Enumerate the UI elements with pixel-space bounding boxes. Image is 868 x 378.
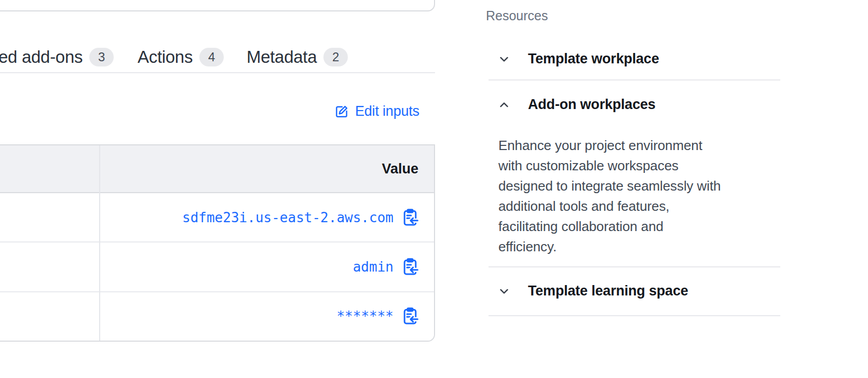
tab-count-badge: 3	[89, 48, 114, 66]
value-column-header: Value	[382, 161, 418, 177]
description-line: efficiency.	[498, 237, 721, 257]
copy-button[interactable]	[401, 257, 419, 277]
accordion-add-on-workplaces[interactable]: Add-on workplaces	[497, 97, 656, 113]
chevron-down-icon	[497, 285, 511, 298]
chevron-up-icon	[497, 98, 511, 112]
table-row: admin	[0, 241, 434, 291]
section-divider	[489, 266, 780, 267]
chevron-down-icon	[497, 52, 511, 66]
tab-metadata[interactable]: Metadata 2	[247, 46, 348, 69]
description-line: with customizable workspaces	[498, 156, 721, 176]
edit-inputs-button[interactable]: Edit inputs	[334, 103, 419, 119]
accordion-template-workplace[interactable]: Template workplace	[497, 51, 659, 67]
tab-count-badge: 2	[323, 48, 348, 66]
copy-button[interactable]	[401, 208, 419, 227]
description-line: designed to integrate seamlessly with	[498, 176, 721, 196]
tabs-divider	[0, 72, 435, 73]
previous-card-edge	[0, 0, 435, 11]
row-value-username: admin	[353, 259, 394, 275]
row-value-password-masked: *******	[336, 308, 394, 324]
tab-installed-add-ons[interactable]: ed add-ons 3	[0, 46, 114, 69]
table-row: *******	[0, 291, 434, 341]
tab-count-badge: 4	[199, 48, 224, 66]
description-line: facilitating collaboration and	[498, 217, 721, 237]
copy-button[interactable]	[401, 306, 419, 326]
tab-actions[interactable]: Actions 4	[138, 46, 224, 69]
section-divider	[489, 315, 780, 316]
inputs-table: Value sdfme23i.us-east-2.aws.com admin	[0, 144, 435, 342]
accordion-template-learning-space[interactable]: Template learning space	[497, 283, 688, 299]
accordion-title: Template learning space	[528, 283, 688, 299]
description-line: Enhance your project environment	[498, 136, 721, 156]
add-on-workplaces-description: Enhance your project environment with cu…	[498, 136, 721, 257]
edit-inputs-label: Edit inputs	[355, 103, 419, 119]
table-row: sdfme23i.us-east-2.aws.com	[0, 193, 434, 241]
resources-title: Resources	[486, 8, 548, 23]
tab-label: Metadata	[247, 47, 317, 67]
accordion-title: Add-on workplaces	[528, 97, 656, 113]
table-header-row: Value	[0, 145, 434, 193]
tab-label: Actions	[138, 47, 193, 67]
section-divider	[489, 79, 780, 80]
table-column-divider	[99, 145, 100, 341]
edit-pencil-icon	[334, 104, 349, 119]
accordion-title: Template workplace	[528, 51, 659, 67]
tab-label: ed add-ons	[0, 47, 83, 67]
row-value-url: sdfme23i.us-east-2.aws.com	[182, 210, 394, 225]
description-line: additional tools and features,	[498, 196, 721, 217]
